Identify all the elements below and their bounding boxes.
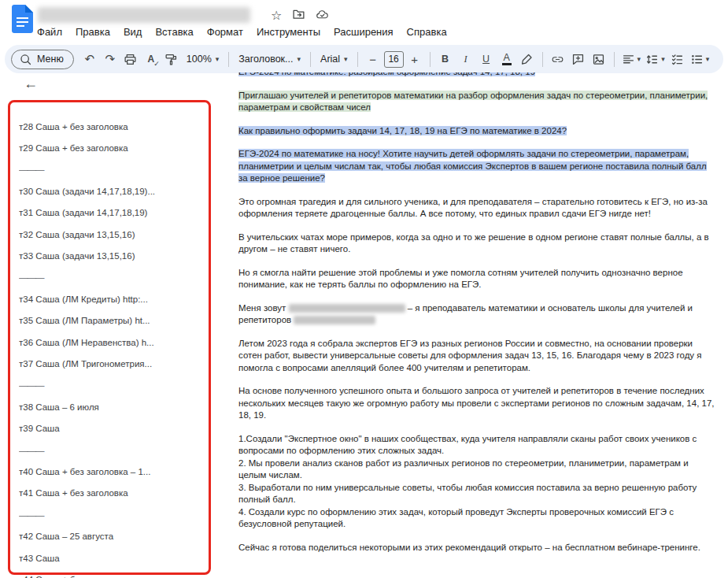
paragraph[interactable]: Но я смогла найти решение этой проблемы … xyxy=(238,267,715,291)
redo-button[interactable]: ↷ xyxy=(101,49,120,69)
underline-button[interactable]: U xyxy=(477,49,496,69)
list-line: 3. Выработали по ним универсальные совет… xyxy=(238,482,715,506)
font-size-input[interactable]: 16 xyxy=(384,51,404,68)
menu-search-button[interactable]: Меню xyxy=(11,50,74,69)
paragraph[interactable]: Это огромная трагедия и для сильного уче… xyxy=(238,196,715,220)
add-comment-button[interactable] xyxy=(569,49,588,69)
paragraph[interactable]: Приглашаю учителей и репетиторов математ… xyxy=(238,90,715,114)
outline-item[interactable]: т44 Саша + без заголовка xyxy=(19,569,206,578)
line-spacing-button[interactable]: ▾ xyxy=(644,49,667,69)
checklist-icon xyxy=(671,53,684,66)
spellcheck-button[interactable]: A ✓ xyxy=(142,49,161,69)
styles-value: Заголовок... xyxy=(238,54,293,65)
paragraph[interactable]: Как правильно оформить задачи 14, 17, 18… xyxy=(238,125,715,138)
bulleted-list-icon xyxy=(690,53,704,66)
paint-format-button[interactable] xyxy=(162,49,181,69)
list-line: 2. Мы провели анализ сканов работ из раз… xyxy=(238,458,715,482)
document-canvas[interactable]: ЕГЭ-2024 по математике: разбираем оформл… xyxy=(238,72,715,578)
comment-icon xyxy=(571,53,585,66)
outline-item[interactable]: т35 Саша (ЛМ Параметры) ht... xyxy=(19,310,206,332)
insert-link-button[interactable] xyxy=(549,49,567,69)
font-size-increase-button[interactable]: + xyxy=(405,49,424,69)
document-title-redacted[interactable] xyxy=(38,7,250,23)
outline-separator[interactable]: ——— xyxy=(19,267,206,288)
insert-image-button[interactable] xyxy=(589,49,608,69)
toolbar-separator xyxy=(542,52,543,67)
outline-item[interactable]: т38 Саша – 6 июля xyxy=(19,396,206,417)
highlighted-text: Приглашаю учителей и репетиторов математ… xyxy=(238,91,708,113)
move-folder-icon[interactable] xyxy=(292,8,305,24)
outline-item[interactable]: т42 Саша – 25 августа xyxy=(19,525,206,547)
star-icon[interactable]: ☆ xyxy=(271,9,282,22)
font-select[interactable]: Arial ▾ xyxy=(316,54,352,65)
menu-item[interactable]: Правка xyxy=(76,26,110,38)
check-icon: ✓ xyxy=(153,60,160,68)
paragraph-text: Сейчас я готова поделиться некоторыми из… xyxy=(238,543,700,552)
menu-item[interactable]: Инструменты xyxy=(257,26,320,38)
highlight-color-button[interactable] xyxy=(518,49,537,69)
paragraph-text: В учительских чатах море примеров, когда… xyxy=(238,232,709,254)
menu-item[interactable]: Справка xyxy=(407,26,447,38)
bulleted-list-button[interactable]: ▾ xyxy=(689,49,711,69)
italic-button[interactable]: I xyxy=(456,49,475,69)
chevron-down-icon: ▾ xyxy=(297,55,301,63)
print-button[interactable] xyxy=(121,49,140,69)
text-color-bar xyxy=(502,63,512,65)
paragraph[interactable]: Летом 2023 года я собрала экспертов ЕГЭ … xyxy=(238,338,715,375)
clipped-heading: ЕГЭ-2024 по математике: разбираем оформл… xyxy=(238,72,535,76)
chevron-down-icon: ▾ xyxy=(706,55,710,63)
bold-button[interactable]: B xyxy=(436,49,455,69)
menu-bar: ФайлПравкаВидВставкаФорматИнструментыРас… xyxy=(37,26,447,38)
outline-item[interactable]: т39 Саша xyxy=(19,417,206,439)
outline-separator[interactable]: ——— xyxy=(19,439,206,461)
menu-item[interactable]: Формат xyxy=(207,26,243,38)
paragraph[interactable]: ЕГЭ-2024 по математике на носу! Хотите н… xyxy=(238,148,715,185)
paragraph[interactable]: 1.Создали "Экспертное окно" в наших сооб… xyxy=(238,433,715,531)
outline-separator[interactable]: ——— xyxy=(19,504,206,525)
menu-item[interactable]: Вставка xyxy=(155,26,193,38)
outline-item[interactable]: т32 Саша (задачи 13,15,16) xyxy=(19,224,206,245)
outline-item[interactable]: т41 Саша + без заголовка xyxy=(19,483,206,504)
font-size-decrease-button[interactable]: − xyxy=(364,49,382,69)
outline-item[interactable]: т29 Саша + без заголовка xyxy=(19,137,206,158)
outline-item[interactable]: т34 Саша (ЛМ Кредиты) http:... xyxy=(19,288,206,309)
zoom-value: 100% xyxy=(187,54,212,65)
outline-item[interactable]: т43 Саша xyxy=(19,547,206,569)
outline-item[interactable]: т28 Саша + без заголовка xyxy=(19,116,206,137)
docs-logo-icon[interactable] xyxy=(12,5,33,33)
doc-paragraphs: Приглашаю учителей и репетиторов математ… xyxy=(238,90,715,554)
outline-item[interactable]: т36 Саша (ЛМ Неравенства) h... xyxy=(19,332,206,353)
outline-item[interactable]: т31 Саша (задачи 14,17,18,19) xyxy=(19,202,206,224)
paragraph[interactable]: Сейчас я готова поделиться некоторыми из… xyxy=(238,542,715,554)
outline-item[interactable]: т30 Саша (задачи 14,17,18,19)... xyxy=(19,180,206,202)
paragraph[interactable]: Меня зовут – я преподаватель математики … xyxy=(238,302,715,327)
styles-select[interactable]: Заголовок... ▾ xyxy=(235,54,305,65)
menu-item[interactable]: Файл xyxy=(37,26,62,38)
text-color-button[interactable]: A xyxy=(497,49,516,69)
font-value: Arial xyxy=(320,54,340,65)
toolbar-separator xyxy=(228,52,229,67)
clipped-heading-line[interactable]: ЕГЭ-2024 по математике: разбираем оформл… xyxy=(238,72,715,79)
outline-item[interactable]: т33 Саша (задачи 13,15,16) xyxy=(19,245,206,266)
checklist-button[interactable] xyxy=(668,49,687,69)
chevron-down-icon: ▾ xyxy=(661,55,665,63)
highlighted-text: Как правильно оформить задачи 14, 17, 18… xyxy=(238,126,567,135)
paragraph[interactable]: На основе полученного успешного опыта и … xyxy=(238,385,715,422)
outline-item[interactable]: т37 Саша (ЛМ Тригонометрия... xyxy=(19,353,206,374)
outline-separator[interactable]: ——— xyxy=(19,375,206,396)
outline-item[interactable]: т40 Саша + без заголовка – 1... xyxy=(19,461,206,482)
undo-button[interactable]: ↶ xyxy=(80,49,99,69)
paragraph-text: На основе полученного успешного опыта и … xyxy=(238,386,715,420)
link-icon xyxy=(551,53,564,66)
outline-separator[interactable]: ——— xyxy=(19,159,206,180)
align-button[interactable]: ▾ xyxy=(620,49,643,69)
menu-item[interactable]: Расширения xyxy=(334,26,394,38)
toolbar: Меню ↶ ↷ A ✓ 100% ▾ Заголовок... ▾ Arial… xyxy=(5,45,723,73)
paragraph[interactable]: В учительских чатах море примеров, когда… xyxy=(238,232,715,256)
search-icon xyxy=(19,53,32,66)
close-outline-back-icon[interactable]: ← xyxy=(24,76,38,91)
toolbar-separator xyxy=(614,52,615,67)
menu-item[interactable]: Вид xyxy=(124,26,142,38)
list-line: 4. Создали курс по оформлению этих задач… xyxy=(238,506,715,531)
zoom-select[interactable]: 100% ▾ xyxy=(183,54,224,65)
